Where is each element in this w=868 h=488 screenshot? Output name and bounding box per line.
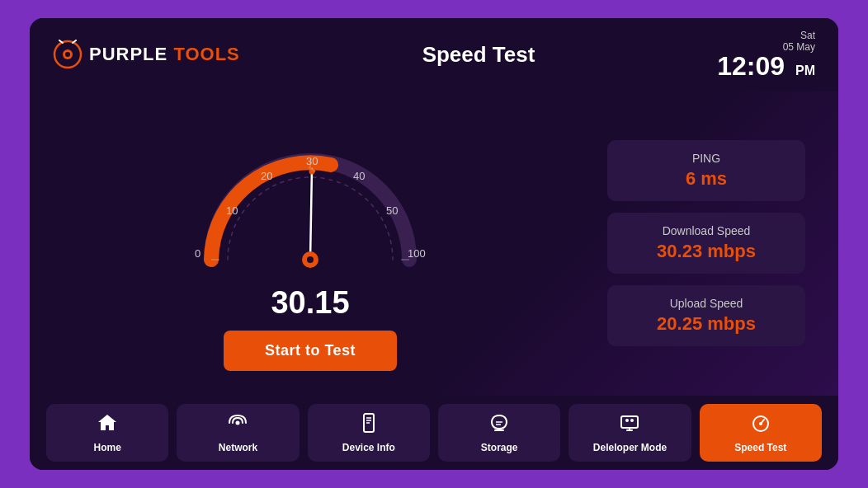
stat-value-ping: 6 ms [627, 168, 785, 190]
gauge-label-30: 30 [306, 155, 318, 167]
stats-area: PING 6 ms Download Speed 30.23 mbps Uplo… [607, 140, 805, 346]
svg-point-26 [630, 419, 634, 422]
svg-rect-22 [621, 416, 638, 428]
storage-icon [488, 412, 510, 437]
svg-point-13 [236, 421, 240, 425]
gauge-container: 0 10 20 30 40 50 100 [186, 115, 434, 280]
header: PURPLE TOOLS Speed Test Sat 05 May 12:09… [30, 18, 838, 91]
header-title: Speed Test [422, 42, 535, 68]
logo: PURPLE TOOLS [53, 40, 240, 69]
logo-purple: PURPLE [89, 44, 167, 64]
svg-point-25 [625, 419, 629, 422]
home-icon [97, 412, 118, 437]
stat-label-ping: PING [627, 152, 785, 165]
speedometer-area: 0 10 20 30 40 50 100 30.15 Start to Test [46, 115, 574, 371]
developer-mode-icon [619, 412, 640, 437]
stat-value-upload: 20.25 mbps [627, 313, 785, 335]
stat-card-upload: Upload Speed 20.25 mbps [607, 285, 805, 346]
stat-value-download: 30.23 mbps [627, 241, 785, 262]
main-content: 0 10 20 30 40 50 100 30.15 Start to Test… [30, 91, 838, 396]
speed-test-icon [750, 412, 771, 437]
nav-label-network: Network [219, 442, 257, 453]
nav-label-device-info: Device Info [342, 442, 395, 453]
gauge-label-50: 50 [386, 204, 398, 217]
svg-point-28 [759, 422, 762, 425]
gauge-label-100: 100 [408, 247, 426, 260]
logo-text: PURPLE TOOLS [89, 44, 240, 65]
gauge-label-0: 0 [195, 247, 200, 260]
logo-tools: TOOLS [173, 44, 239, 64]
speed-value: 30.15 [271, 285, 349, 321]
stat-card-ping: PING 6 ms [607, 140, 805, 201]
tv-frame: PURPLE TOOLS Speed Test Sat 05 May 12:09… [30, 18, 838, 470]
start-test-button[interactable]: Start to Test [224, 331, 397, 371]
logo-icon [53, 40, 83, 69]
clock-area: Sat 05 May 12:09 PM [717, 30, 815, 79]
network-icon [227, 412, 248, 437]
nav-item-developer-mode[interactable]: Deleloper Mode [568, 404, 691, 462]
svg-point-7 [307, 256, 314, 263]
gauge-svg [186, 115, 434, 280]
nav-bar: Home Network Devi [30, 396, 838, 470]
nav-item-home[interactable]: Home [46, 404, 168, 462]
clock-hour: 12:09 [717, 51, 785, 81]
nav-item-network[interactable]: Network [177, 404, 299, 462]
clock-date: Sat 05 May [717, 30, 815, 53]
svg-line-5 [310, 169, 312, 260]
nav-item-storage[interactable]: Storage [438, 404, 560, 462]
svg-point-2 [65, 52, 70, 57]
stat-label-download: Download Speed [627, 224, 785, 237]
clock-day: Sat [800, 30, 815, 41]
clock-ampm: PM [795, 63, 815, 77]
gauge-label-10: 10 [226, 204, 238, 217]
stat-card-download: Download Speed 30.23 mbps [607, 213, 805, 274]
nav-label-storage: Storage [481, 442, 518, 453]
nav-label-developer-mode: Deleloper Mode [593, 442, 667, 453]
device-info-icon [358, 412, 380, 437]
stat-label-upload: Upload Speed [627, 297, 785, 310]
nav-item-device-info[interactable]: Device Info [308, 404, 430, 462]
nav-label-home: Home [93, 442, 120, 453]
gauge-label-40: 40 [353, 170, 365, 182]
nav-item-speed-test[interactable]: Speed Test [700, 404, 822, 462]
gauge-label-20: 20 [261, 170, 272, 182]
clock-time: 12:09 PM [717, 53, 815, 79]
nav-label-speed-test: Speed Test [734, 442, 786, 453]
